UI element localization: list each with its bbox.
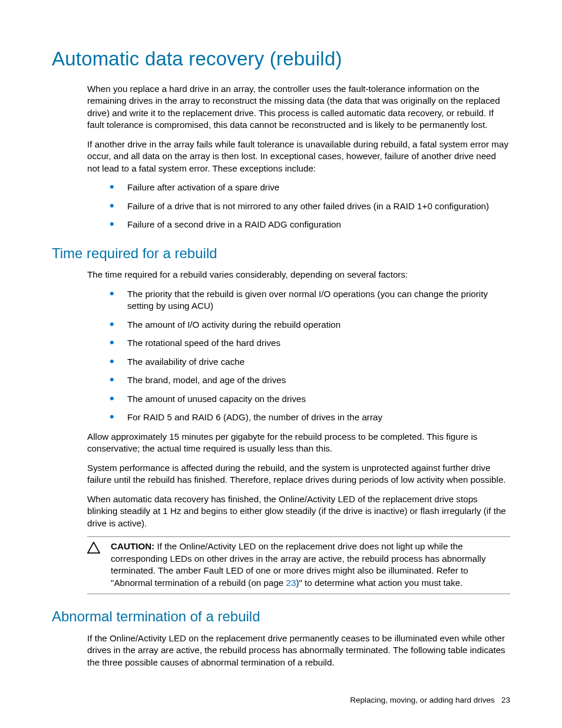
list-item: The priority that the rebuild is given o… (110, 288, 510, 312)
paragraph: The time required for a rebuild varies c… (87, 269, 510, 281)
heading-2-abnormal: Abnormal termination of a rebuild (52, 607, 510, 626)
list-item: Failure of a second drive in a RAID ADG … (110, 219, 510, 231)
caution-label: CAUTION: (111, 541, 154, 551)
caution-body-part2: )" to determine what action you must tak… (296, 578, 462, 588)
list-item: The amount of unused capacity on the dri… (110, 393, 510, 406)
heading-1: Automatic data recovery (rebuild) (52, 46, 510, 73)
caution-box: CAUTION: If the Online/Activity LED on t… (87, 536, 510, 594)
list-item: The brand, model, and age of the drives (110, 374, 510, 387)
intro-section: When you replace a hard drive in an arra… (87, 83, 510, 231)
list-item: Failure after activation of a spare driv… (110, 182, 510, 194)
list-item: The availability of drive cache (110, 356, 510, 368)
paragraph: If another drive in the array fails whil… (87, 139, 510, 175)
page-link-23[interactable]: 23 (286, 578, 296, 588)
paragraph: System performance is affected during th… (87, 462, 510, 486)
paragraph: If the Online/Activity LED on the replac… (87, 633, 510, 669)
list-item: The amount of I/O activity during the re… (110, 319, 510, 331)
list-item: The rotational speed of the hard drives (110, 337, 510, 350)
list-item: Failure of a drive that is not mirrored … (110, 200, 510, 213)
abnormal-section: If the Online/Activity LED on the replac… (87, 633, 510, 669)
paragraph: Allow approximately 15 minutes per gigab… (87, 431, 510, 455)
bullet-list: Failure after activation of a spare driv… (87, 182, 510, 231)
paragraph: When automatic data recovery has finishe… (87, 493, 510, 530)
list-item: For RAID 5 and RAID 6 (ADG), the number … (110, 411, 510, 424)
time-section: The time required for a rebuild varies c… (87, 269, 510, 594)
caution-triangle-icon (87, 541, 111, 557)
page-footer: Replacing, moving, or adding hard drives… (350, 695, 510, 706)
caution-text: CAUTION: If the Online/Activity LED on t… (111, 541, 510, 589)
footer-page-number: 23 (501, 696, 510, 704)
heading-2-time: Time required for a rebuild (52, 244, 510, 263)
bullet-list: The priority that the rebuild is given o… (87, 288, 510, 424)
footer-text: Replacing, moving, or adding hard drives (350, 696, 494, 704)
document-page: Automatic data recovery (rebuild) When y… (0, 0, 562, 728)
paragraph: When you replace a hard drive in an arra… (87, 83, 510, 131)
